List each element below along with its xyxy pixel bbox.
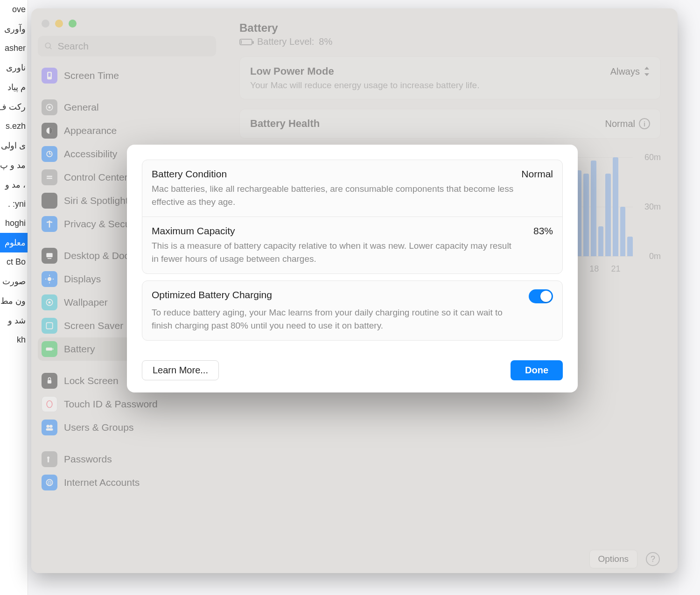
low-power-dropdown[interactable]: Always xyxy=(610,66,650,77)
sidebar-item-label: Passwords xyxy=(64,454,112,465)
sidebar-item-label: Wallpaper xyxy=(64,297,108,308)
optimized-charging-toggle[interactable] xyxy=(529,289,553,303)
page-title: Battery xyxy=(239,21,661,35)
chart-bar xyxy=(627,237,633,256)
battery-condition-section: Battery Condition Normal Mac batteries, … xyxy=(142,160,562,217)
sidebar-item-label: Appearance xyxy=(64,125,117,136)
background-text: yni: . xyxy=(0,195,28,214)
chevron-updown-icon xyxy=(644,67,650,76)
background-text: ون مط xyxy=(0,291,28,311)
sidebar-icon xyxy=(42,216,57,232)
sidebar-item-label: Battery xyxy=(64,343,95,355)
sidebar-item-appearance[interactable]: Appearance xyxy=(38,119,216,142)
sidebar-item-internet-accounts[interactable]: @Internet Accounts xyxy=(38,471,216,494)
svg-rect-27 xyxy=(46,428,53,431)
max-capacity-desc: This is a measure of battery capacity re… xyxy=(152,239,516,265)
window-controls xyxy=(38,17,216,36)
svg-rect-11 xyxy=(46,253,52,257)
search-field[interactable] xyxy=(38,36,216,56)
sidebar-item-label: Lock Screen xyxy=(64,375,119,386)
svg-text:@: @ xyxy=(47,480,52,485)
sidebar-icon xyxy=(42,294,57,310)
info-icon[interactable]: i xyxy=(639,118,650,129)
svg-point-26 xyxy=(49,425,53,428)
sidebar-icon xyxy=(42,68,57,84)
sidebar-item-label: Accessibility xyxy=(64,148,117,160)
sidebar-icon xyxy=(42,99,57,115)
svg-rect-29 xyxy=(48,459,49,462)
svg-point-28 xyxy=(47,456,49,459)
background-text: شد و xyxy=(0,311,28,330)
svg-point-0 xyxy=(45,43,50,48)
low-power-desc: Your Mac will reduce energy usage to inc… xyxy=(250,80,650,91)
background-left-strip: oveوآوریasherناوریم پیادرکت فs.ezhی اولی… xyxy=(0,0,28,595)
svg-rect-21 xyxy=(46,348,52,351)
svg-rect-9 xyxy=(47,178,52,179)
background-text: معلوم xyxy=(0,233,28,252)
sidebar-icon xyxy=(42,396,57,412)
svg-rect-12 xyxy=(48,258,51,259)
sidebar-icon xyxy=(42,146,57,162)
battery-condition-value: Normal xyxy=(521,168,553,180)
svg-line-1 xyxy=(49,47,51,49)
battery-health-panel: Battery Health Normal i xyxy=(239,109,661,139)
sidebar-item-label: Displays xyxy=(64,273,101,285)
y-tick: 30m xyxy=(644,202,661,212)
minimize-window-icon[interactable] xyxy=(55,20,63,28)
background-right-strip xyxy=(679,0,700,595)
sidebar-item-touch-id-password[interactable]: Touch ID & Password xyxy=(38,392,216,416)
background-text: asher xyxy=(0,39,28,58)
battery-condition-title: Battery Condition xyxy=(152,168,227,180)
sidebar-item-label: Internet Accounts xyxy=(64,477,140,488)
svg-rect-23 xyxy=(48,380,51,384)
background-text: ناوری xyxy=(0,58,28,77)
chart-bar xyxy=(583,174,589,256)
sidebar-item-label: Control Center xyxy=(64,172,128,183)
svg-point-24 xyxy=(47,401,52,408)
background-text: hoghi xyxy=(0,214,28,233)
search-icon xyxy=(44,42,53,51)
y-tick: 60m xyxy=(644,153,661,162)
svg-rect-3 xyxy=(49,73,51,77)
background-text: ove xyxy=(0,0,28,19)
max-capacity-section: Maximum Capacity 83% This is a measure o… xyxy=(142,217,562,273)
done-button[interactable]: Done xyxy=(511,360,563,380)
chart-bar xyxy=(613,157,618,256)
help-icon[interactable]: ? xyxy=(646,552,660,566)
y-tick: 0m xyxy=(649,252,661,261)
sidebar-icon xyxy=(42,451,57,467)
sidebar-icon xyxy=(42,169,57,185)
sidebar-item-label: Screen Saver xyxy=(64,320,123,331)
background-text: s.ezh xyxy=(0,117,28,136)
optimized-charging-desc: To reduce battery aging, your Mac learns… xyxy=(152,306,516,332)
optimized-charging-title: Optimized Battery Charging xyxy=(152,289,272,301)
battery-level-row: Battery Level: 8% xyxy=(239,36,661,47)
battery-health-sheet: Battery Condition Normal Mac batteries, … xyxy=(127,145,578,392)
low-power-mode-panel: Low Power Mode Always Your Mac will redu… xyxy=(239,56,661,99)
background-text: kh xyxy=(0,330,28,350)
sidebar-icon xyxy=(42,248,57,264)
learn-more-button[interactable]: Learn More... xyxy=(142,360,219,380)
sidebar-icon xyxy=(42,193,57,209)
battery-condition-desc: Mac batteries, like all rechargeable bat… xyxy=(152,182,516,208)
sidebar-item-label: Touch ID & Password xyxy=(64,399,158,410)
battery-health-title: Battery Health xyxy=(250,118,320,130)
background-text: صورت xyxy=(0,272,28,291)
svg-point-13 xyxy=(48,277,51,281)
chart-bar xyxy=(598,226,604,256)
sidebar-item-label: Users & Groups xyxy=(64,422,133,433)
fullscreen-window-icon[interactable] xyxy=(69,20,77,28)
battery-level-label: Battery Level: xyxy=(257,36,314,47)
sidebar-item-users-groups[interactable]: Users & Groups xyxy=(38,416,216,439)
sidebar-icon xyxy=(42,373,57,389)
sidebar-item-general[interactable]: General xyxy=(38,96,216,119)
background-text: ، مد و xyxy=(0,175,28,195)
options-button[interactable]: Options xyxy=(589,550,637,568)
chart-bar xyxy=(591,161,596,256)
search-input[interactable] xyxy=(57,41,210,52)
close-window-icon[interactable] xyxy=(42,20,49,28)
sidebar-item-passwords[interactable]: Passwords xyxy=(38,448,216,471)
sidebar-icon xyxy=(42,341,57,357)
background-text: م پیاد xyxy=(0,77,28,97)
sidebar-item-screen-time[interactable]: Screen Time xyxy=(38,64,216,87)
